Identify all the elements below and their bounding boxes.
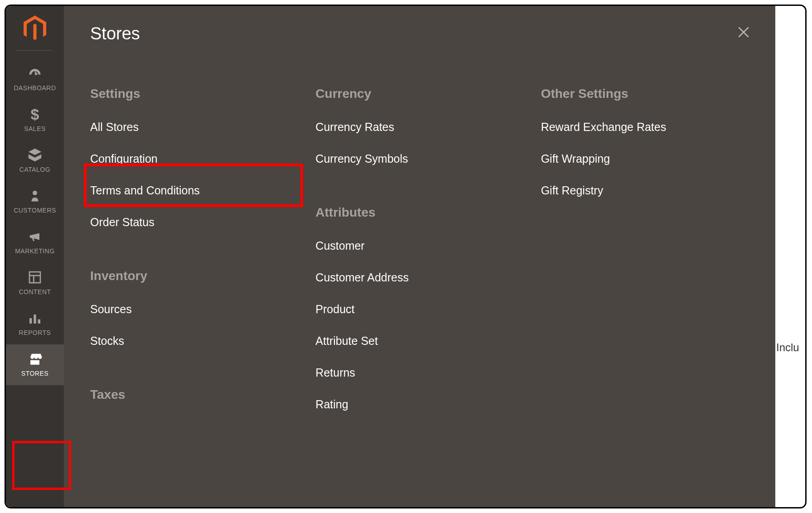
menu-link-currency-symbols[interactable]: Currency Symbols xyxy=(315,152,522,165)
sidebar-item-dashboard[interactable]: DASHBOARD xyxy=(6,59,64,100)
svg-rect-4 xyxy=(29,318,32,324)
bars-icon xyxy=(26,310,44,326)
group-heading-taxes: Taxes xyxy=(90,387,297,402)
flyout-col-2: Currency Currency Rates Currency Symbols… xyxy=(315,87,522,507)
sidebar-item-customers[interactable]: CUSTOMERS xyxy=(6,181,64,222)
svg-rect-6 xyxy=(38,319,40,324)
magento-logo[interactable] xyxy=(22,14,48,43)
sidebar-item-catalog[interactable]: CATALOG xyxy=(6,140,64,181)
menu-link-product[interactable]: Product xyxy=(315,302,522,316)
sidebar-item-marketing[interactable]: MARKETING xyxy=(6,222,64,263)
menu-link-currency-rates[interactable]: Currency Rates xyxy=(315,120,522,134)
storefront-icon xyxy=(26,351,44,367)
flyout-col-3: Other Settings Reward Exchange Rates Gif… xyxy=(541,87,748,507)
menu-link-attribute-set[interactable]: Attribute Set xyxy=(315,334,522,348)
sidebar-item-stores[interactable]: STORES xyxy=(6,344,64,385)
app-frame: Inclu DASHBOARD $ SALES CATALOG xyxy=(5,5,807,508)
stores-flyout: Stores Settings All Stores Configuration… xyxy=(64,6,775,507)
sidebar-item-reports[interactable]: REPORTS xyxy=(6,304,64,344)
menu-link-reward-exchange[interactable]: Reward Exchange Rates xyxy=(541,120,748,134)
close-button[interactable] xyxy=(734,23,754,43)
group-heading-settings: Settings xyxy=(90,87,297,101)
flyout-col-1: Settings All Stores Configuration Terms … xyxy=(90,87,297,507)
admin-sidebar: DASHBOARD $ SALES CATALOG CUSTOMERS MARK… xyxy=(6,6,64,507)
sidebar-divider xyxy=(17,50,53,51)
menu-link-all-stores[interactable]: All Stores xyxy=(90,120,297,134)
menu-link-gift-registry[interactable]: Gift Registry xyxy=(541,184,748,197)
menu-link-returns[interactable]: Returns xyxy=(315,366,522,379)
group-heading-currency: Currency xyxy=(315,87,522,101)
box-icon xyxy=(26,147,44,163)
svg-point-0 xyxy=(33,191,37,195)
sidebar-label: REPORTS xyxy=(19,329,51,336)
sidebar-label: STORES xyxy=(21,370,48,377)
svg-rect-1 xyxy=(29,272,40,283)
gauge-icon xyxy=(26,65,44,82)
menu-link-stocks[interactable]: Stocks xyxy=(90,334,297,348)
close-icon xyxy=(736,25,751,41)
group-heading-inventory: Inventory xyxy=(90,269,297,283)
svg-rect-5 xyxy=(34,315,36,324)
group-heading-other-settings: Other Settings xyxy=(541,87,748,101)
sidebar-label: CATALOG xyxy=(19,166,50,173)
menu-link-order-status[interactable]: Order Status xyxy=(90,215,297,229)
menu-link-configuration[interactable]: Configuration xyxy=(90,152,297,165)
menu-link-terms-conditions[interactable]: Terms and Conditions xyxy=(90,184,297,197)
person-icon xyxy=(26,188,44,204)
sidebar-label: MARKETING xyxy=(15,247,55,255)
sidebar-label: CONTENT xyxy=(19,288,51,295)
flyout-title: Stores xyxy=(90,24,140,44)
layout-icon xyxy=(26,269,44,286)
menu-link-customer-address[interactable]: Customer Address xyxy=(315,271,522,284)
menu-link-sources[interactable]: Sources xyxy=(90,302,297,316)
group-heading-attributes: Attributes xyxy=(315,205,522,220)
background-partial-text: Inclu xyxy=(776,341,799,354)
megaphone-icon xyxy=(26,228,44,245)
flyout-columns: Settings All Stores Configuration Terms … xyxy=(90,87,748,507)
menu-link-rating[interactable]: Rating xyxy=(315,397,522,411)
menu-link-gift-wrapping[interactable]: Gift Wrapping xyxy=(541,152,748,165)
dollar-icon: $ xyxy=(26,106,44,122)
sidebar-label: DASHBOARD xyxy=(14,84,56,92)
sidebar-item-sales[interactable]: $ SALES xyxy=(6,100,64,140)
menu-link-customer[interactable]: Customer xyxy=(315,239,522,252)
sidebar-label: CUSTOMERS xyxy=(14,207,56,214)
sidebar-item-content[interactable]: CONTENT xyxy=(6,263,64,304)
sidebar-label: SALES xyxy=(24,125,46,132)
